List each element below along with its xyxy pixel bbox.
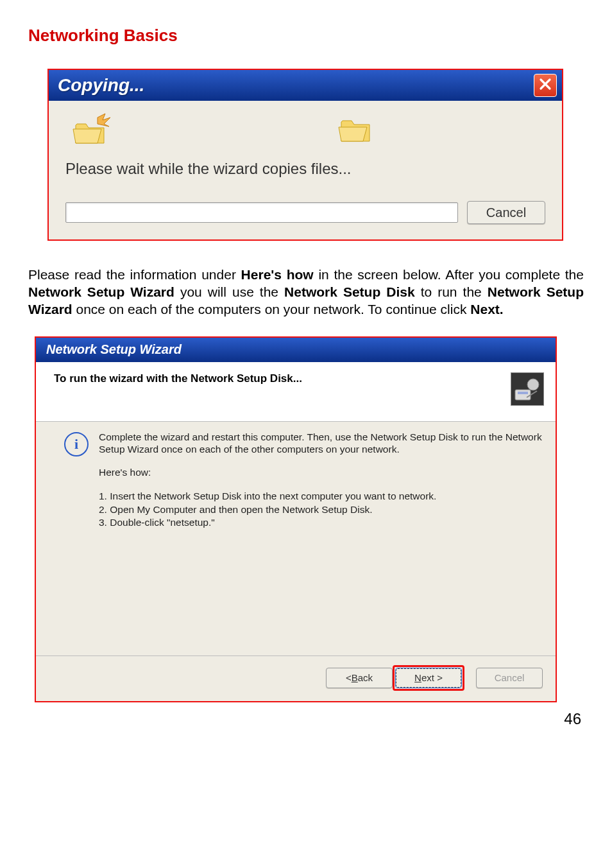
copying-title-text: Copying...	[58, 75, 144, 96]
next-button[interactable]: Next >	[396, 668, 461, 688]
wizard-steps: 1. Insert the Network Setup Disk into th…	[99, 490, 544, 530]
wizard-heading: To run the wizard with the Network Setup…	[54, 372, 302, 385]
close-button[interactable]	[534, 74, 557, 97]
info-icon: i	[64, 432, 89, 456]
wizard-title-text: Network Setup Wizard	[46, 342, 182, 357]
progress-bar	[65, 202, 458, 223]
wizard-button-row: < Back Next > Cancel	[36, 655, 556, 701]
copying-titlebar: Copying...	[49, 70, 562, 101]
wizard-cancel-button: Cancel	[476, 668, 543, 688]
page-title: Networking Basics	[28, 26, 584, 46]
copying-message: Please wait while the wizard copies file…	[65, 160, 545, 178]
step-3: 3. Double-click "netsetup."	[99, 516, 544, 530]
copy-dest-icon	[337, 113, 373, 148]
copy-source-icon	[72, 112, 113, 148]
instruction-paragraph: Please read the information under Here's…	[28, 266, 584, 318]
wizard-titlebar: Network Setup Wizard	[36, 338, 556, 362]
network-setup-wizard-dialog: Network Setup Wizard To run the wizard w…	[35, 336, 557, 702]
svg-rect-1	[518, 392, 528, 394]
back-button[interactable]: < Back	[326, 668, 393, 688]
close-icon	[539, 78, 552, 93]
network-disk-icon	[511, 372, 544, 406]
page-number: 46	[28, 710, 584, 728]
wizard-header-strip: To run the wizard with the Network Setup…	[36, 362, 556, 422]
step-1: 1. Insert the Network Setup Disk into th…	[99, 490, 544, 503]
copying-dialog: Copying...	[47, 69, 563, 241]
cancel-button[interactable]: Cancel	[467, 201, 545, 224]
svg-rect-0	[515, 390, 531, 400]
step-2: 2. Open My Computer and then open the Ne…	[99, 503, 544, 517]
heres-how-label: Here's how:	[99, 467, 544, 478]
wizard-info-text: Complete the wizard and restart this com…	[99, 431, 544, 456]
svg-point-2	[527, 379, 539, 390]
next-button-highlight: Next >	[393, 665, 464, 691]
